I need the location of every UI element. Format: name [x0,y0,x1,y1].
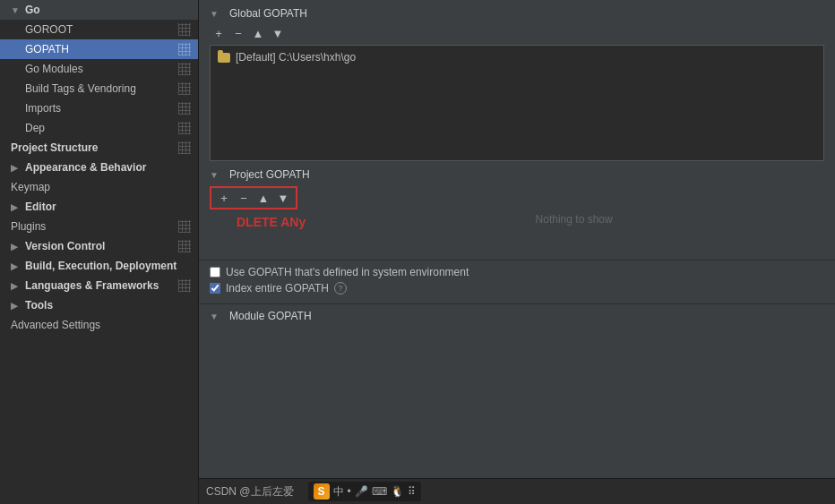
use-system-gopath-row: Use GOPATH that's defined in system envi… [210,266,824,278]
project-add-button[interactable]: + [215,190,233,206]
sidebar-item-go[interactable]: Go [0,0,198,20]
sidebar-item-label: Version Control [25,240,105,252]
sidebar-item-gopath[interactable]: GOPATH [0,39,198,59]
options-area: Use GOPATH that's defined in system envi… [199,260,835,303]
sidebar-item-appearance-behavior[interactable]: Appearance & Behavior [0,158,198,177]
project-gopath-header: Project GOPATH [210,168,824,181]
sidebar-item-label: Build Tags & Vendoring [25,82,136,95]
project-down-button[interactable]: ▼ [274,190,292,206]
grid-icon [178,63,191,75]
grid-icon [178,141,191,154]
grid-icon [178,82,191,95]
help-icon[interactable]: ? [334,282,347,295]
chinese-char: 中 [333,484,344,500]
sidebar-item-label: Keymap [11,181,50,193]
chevron-icon [11,163,22,173]
sidebar-item-languages[interactable]: Languages & Frameworks [0,276,198,295]
global-gopath-header: Global GOPATH [210,7,824,20]
chevron-icon [11,261,22,271]
global-gopath-list: [Default] C:\Users\hxh\go [210,45,824,161]
grid-icon [178,279,191,292]
mic-icon: 🎤 [355,485,368,498]
sidebar-item-label: Appearance & Behavior [25,161,146,174]
sidebar-item-label: Dep [25,122,45,134]
sidebar-item-label: Go [25,4,40,16]
sidebar-item-go-modules[interactable]: Go Modules [0,59,198,79]
delete-annotation: DLETE ANy [237,215,306,229]
global-gopath-section: Global GOPATH + − ▲ ▼ [Default] C:\Users… [199,0,835,161]
global-add-button[interactable]: + [210,25,228,41]
module-gopath-header: Module GOPATH [210,310,824,322]
project-gopath-section: Project GOPATH + − ▲ ▼ DLETE ANy Nothing… [199,161,835,260]
global-down-button[interactable]: ▼ [269,25,287,41]
folder-icon [218,53,230,63]
sidebar-item-plugins[interactable]: Plugins [0,217,198,236]
project-gopath-toolbar: + − ▲ ▼ [210,186,297,209]
grid-icon [178,240,191,252]
project-gopath-title: Project GOPATH [229,168,310,181]
chevron-icon [11,202,22,212]
sidebar-item-advanced-settings[interactable]: Advanced Settings [0,315,198,335]
nothing-to-show-label: Nothing to show [323,186,824,252]
penguin-icon: 🐧 [391,485,404,498]
module-gopath-title: Module GOPATH [229,310,312,322]
chevron-icon [11,242,22,252]
sougou-s-icon: S [314,483,330,500]
attribution-text: CSDN @上后左爱 [206,484,294,500]
global-gopath-toolbar: + − ▲ ▼ [210,25,824,41]
sidebar-item-build-tags[interactable]: Build Tags & Vendoring [0,79,198,98]
grid-icon [178,122,191,134]
sidebar-item-label: Plugins [11,220,46,233]
grid-icon [178,23,191,36]
global-up-button[interactable]: ▲ [249,25,267,41]
sidebar-item-build-exec[interactable]: Build, Execution, Deployment [0,256,198,276]
index-gopath-row: Index entire GOPATH ? [210,282,824,295]
chevron-icon [210,9,220,19]
main-content: Global GOPATH + − ▲ ▼ [Default] C:\Users… [199,0,835,504]
sidebar-item-label: Go Modules [25,63,83,75]
sidebar-item-editor[interactable]: Editor [0,197,198,217]
grid-dots-icon: ⠿ [408,485,416,498]
sidebar-item-keymap[interactable]: Keymap [0,177,198,197]
index-gopath-checkbox[interactable] [210,283,220,294]
sidebar-item-label: Project Structure [11,141,98,154]
sidebar: Go GOROOT GOPATH Go Modules Build Tags &… [0,0,199,504]
project-remove-button[interactable]: − [235,190,253,206]
sidebar-item-label: Tools [25,299,53,312]
chevron-icon [11,301,22,311]
sidebar-item-label: Editor [25,201,56,213]
sougou-badge: S 中 • 🎤 ⌨ 🐧 ⠿ [308,482,421,501]
grid-icon [178,43,191,56]
sidebar-item-tools[interactable]: Tools [0,295,198,315]
sidebar-item-label: GOROOT [25,23,73,36]
chevron-icon [11,5,22,15]
dot-icon: • [348,485,351,498]
sidebar-item-goroot[interactable]: GOROOT [0,20,198,39]
global-remove-button[interactable]: − [229,25,247,41]
keyboard-icon: ⌨ [372,485,387,498]
module-gopath-section: Module GOPATH [199,303,835,333]
sidebar-item-dep[interactable]: Dep [0,118,198,138]
sidebar-item-imports[interactable]: Imports [0,98,198,118]
grid-icon [178,220,191,233]
global-gopath-title: Global GOPATH [229,7,307,20]
chevron-icon [11,281,22,291]
path-label: [Default] C:\Users\hxh\go [236,51,356,64]
grid-icon [178,102,191,115]
chevron-icon [210,170,220,180]
sidebar-item-label: Languages & Frameworks [25,279,159,292]
sidebar-item-label: GOPATH [25,43,69,56]
use-system-gopath-checkbox[interactable] [210,267,220,278]
sidebar-item-version-control[interactable]: Version Control [0,236,198,256]
sidebar-item-label: Build, Execution, Deployment [25,260,176,272]
sidebar-item-label: Imports [25,102,61,115]
list-item: [Default] C:\Users\hxh\go [214,49,820,65]
project-up-button[interactable]: ▲ [254,190,272,206]
sidebar-item-label: Advanced Settings [11,319,100,331]
chevron-icon [210,312,220,321]
sidebar-item-project-structure[interactable]: Project Structure [0,138,198,158]
index-gopath-label: Index entire GOPATH [226,282,329,295]
use-system-gopath-label: Use GOPATH that's defined in system envi… [226,266,469,278]
